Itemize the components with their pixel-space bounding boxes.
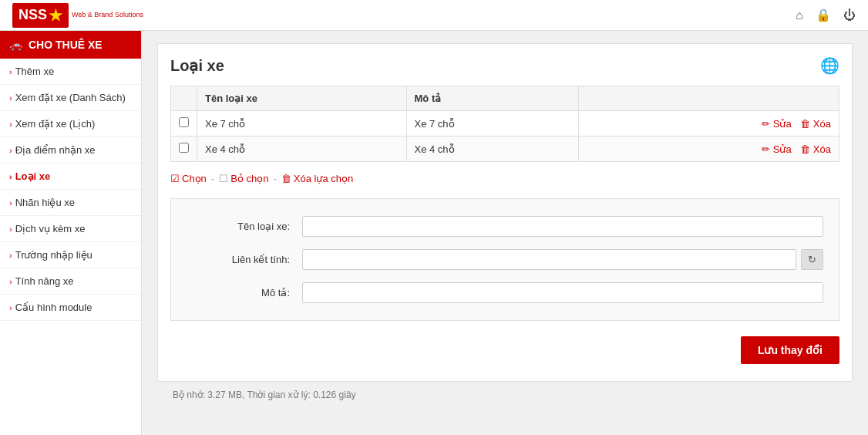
arrow-icon: › [9,251,12,260]
sidebar-item-label: Xem đặt xe (Lịch) [15,118,96,130]
arrow-icon: › [9,277,12,286]
arrow-icon: › [9,67,12,76]
edit-button[interactable]: ✏ Sửa [762,143,792,155]
sidebar-item-xem-dat-xe-lich[interactable]: › Xem đặt xe (Lịch) [0,111,141,137]
page-card: Loại xe 🌐 Tên loại xe Mô tả [157,43,853,382]
logo-text: NSS [19,7,47,23]
arrow-icon: › [9,120,12,129]
delete-button[interactable]: 🗑 Xóa [800,118,831,130]
home-icon[interactable]: ⌂ [796,8,803,22]
input-wrap-mo-ta [302,282,823,303]
separator: - [211,173,214,184]
chon-link[interactable]: Chọn [182,173,207,184]
page-title-row: Loại xe 🌐 [170,56,839,75]
row-checkbox[interactable] [179,117,189,127]
cell-actions: ✏ Sửa 🗑 Xóa [578,111,839,137]
cell-ten-loai-xe: Xe 7 chỗ [197,111,407,137]
logo-star: ★ [49,6,62,25]
sidebar-item-truong-nhap[interactable]: › Trường nhập liệu [0,242,141,268]
sidebar-item-label: Cấu hình module [15,302,93,313]
sidebar-item-label: Xem đặt xe (Danh Sách) [15,92,126,103]
row-checkbox-cell [171,111,197,137]
sidebar-item-label: Địa điểm nhận xe [15,144,96,156]
sidebar-item-nhan-hieu-xe[interactable]: › Nhãn hiệu xe [0,190,141,216]
col-header-mo-ta: Mô tả [406,86,578,111]
sidebar-item-dich-vu[interactable]: › Dịch vụ kèm xe [0,216,141,242]
bo-chon-link[interactable]: Bỏ chọn [230,173,268,184]
delete-button[interactable]: 🗑 Xóa [800,143,831,155]
arrow-icon: › [9,198,12,207]
xoa-lua-chon-link[interactable]: Xóa lựa chọn [294,173,353,184]
table-row: Xe 4 chỗ Xe 4 chỗ ✏ Sửa 🗑 Xóa [171,137,839,162]
input-mo-ta[interactable] [302,282,823,303]
sidebar: 🚗 CHO THUÊ XE › Thêm xe › Xem đặt xe (Da… [0,31,142,435]
sidebar-item-them-xe[interactable]: › Thêm xe [0,59,141,85]
form-section: Tên loại xe: Liên kết tính: ↻ Mô tả: [170,198,839,321]
sidebar-item-label: Thêm xe [15,66,55,77]
sidebar-item-xem-dat-xe-ds[interactable]: › Xem đặt xe (Danh Sách) [0,85,141,111]
separator: - [273,173,276,184]
check-icon: ☑ [170,173,180,184]
page-title: Loại xe [170,56,224,75]
arrow-icon-active: › [9,172,12,181]
sidebar-title: CHO THUÊ XE [29,39,103,51]
save-row: Lưu thay đổi [170,332,839,369]
layout: 🚗 CHO THUÊ XE › Thêm xe › Xem đặt xe (Da… [0,31,868,435]
sidebar-item-tinh-nang[interactable]: › Tính năng xe [0,268,141,295]
main-content: Loại xe 🌐 Tên loại xe Mô tả [142,31,868,435]
lock-icon[interactable]: 🔒 [816,8,831,22]
form-row-mo-ta: Mô tả: [171,276,839,309]
power-icon[interactable]: ⏻ [843,8,856,22]
form-row-lien-ket: Liên kết tính: ↻ [171,243,839,276]
cell-ten-loai-xe: Xe 4 chỗ [197,137,407,162]
sidebar-item-label: Trường nhập liệu [15,249,93,261]
save-button[interactable]: Lưu thay đổi [741,336,839,364]
topbar: NSS ★ Web & Brand Solutions ⌂ 🔒 ⏻ [0,0,868,31]
label-lien-ket-tinh: Liên kết tính: [187,254,302,265]
input-wrap-ten [302,216,823,237]
refresh-button[interactable]: ↻ [801,249,823,270]
table-row: Xe 7 chỗ Xe 7 chỗ ✏ Sửa 🗑 Xóa [171,111,839,137]
sidebar-item-cau-hinh[interactable]: › Cấu hình module [0,295,141,321]
col-header-actions [578,86,839,111]
sidebar-item-loai-xe[interactable]: › Loại xe [0,164,141,190]
input-wrap-lien-ket: ↻ [302,249,823,270]
form-row-ten: Tên loại xe: [171,210,839,243]
sidebar-item-dia-diem[interactable]: › Địa điểm nhận xe [0,137,141,164]
selection-actions: ☑ Chọn - ☐ Bỏ chọn - 🗑 Xóa lựa chọn [170,168,839,189]
arrow-icon: › [9,93,12,103]
arrow-icon: › [9,303,12,312]
col-header-checkbox [171,86,197,111]
car-icon: 🚗 [9,39,22,51]
footer: Bộ nhớ: 3.27 MB, Thời gian xử lý: 0.126 … [157,382,853,408]
topbar-icons: ⌂ 🔒 ⏻ [796,8,856,22]
cell-mo-ta: Xe 4 chỗ [406,137,578,162]
globe-icon: 🌐 [820,56,839,75]
logo: NSS ★ Web & Brand Solutions [12,3,143,28]
cell-mo-ta: Xe 7 chỗ [406,111,578,137]
input-lien-ket-tinh[interactable] [302,249,796,270]
row-checkbox-cell [171,137,197,162]
sidebar-item-label: Loại xe [15,170,51,182]
sidebar-header: 🚗 CHO THUÊ XE [0,31,141,59]
edit-button[interactable]: ✏ Sửa [762,118,792,130]
sidebar-item-label: Tính năng xe [15,275,74,287]
arrow-icon: › [9,146,12,155]
data-table: Tên loại xe Mô tả Xe 7 chỗ Xe 7 chỗ [170,86,839,162]
row-checkbox[interactable] [179,143,189,153]
label-mo-ta: Mô tả: [187,287,302,298]
delete-sel-icon: 🗑 [281,173,291,184]
col-header-ten-loai-xe: Tên loại xe [197,86,407,111]
label-ten-loai-xe: Tên loại xe: [187,221,302,232]
logo-subtitle: Web & Brand Solutions [72,11,143,19]
cell-actions: ✏ Sửa 🗑 Xóa [578,137,839,162]
input-ten-loai-xe[interactable] [302,216,823,237]
square-icon: ☐ [219,173,228,184]
logo-box: NSS ★ [12,3,69,28]
sidebar-item-label: Dịch vụ kèm xe [15,223,86,234]
sidebar-item-label: Nhãn hiệu xe [15,197,75,208]
arrow-icon: › [9,224,12,234]
footer-text: Bộ nhớ: 3.27 MB, Thời gian xử lý: 0.126 … [173,389,356,400]
